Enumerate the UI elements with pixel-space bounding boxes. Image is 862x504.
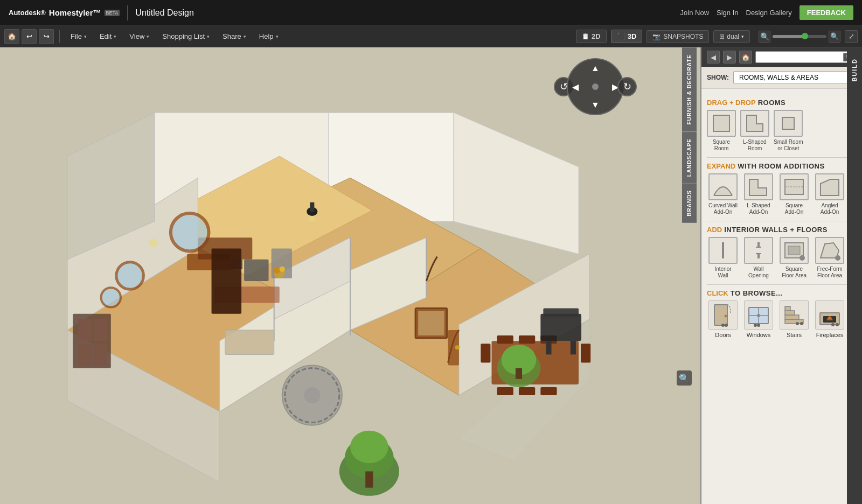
svg-point-67	[455, 345, 460, 349]
square-add-label: SquareAdd-On	[785, 202, 803, 215]
nav-down-button[interactable]: ▼	[591, 100, 600, 110]
expand-header: EXPAND WITH ROOM ADDITIONS	[707, 162, 857, 170]
square-add-icon	[780, 173, 809, 200]
nav-up-button[interactable]: ▲	[591, 64, 600, 73]
view-3d-button[interactable]: ⬛ 3D	[611, 30, 643, 43]
windows-item[interactable]: Windows	[742, 300, 775, 338]
view-toggle: 📋 2D ⬛ 3D 📷 SNAPSHOTS ⊞ dual ▾ 🔍 🔍 ⤢	[576, 30, 858, 43]
svg-rect-68	[225, 330, 274, 354]
curved-wall-item[interactable]: Curved WallAdd-On	[707, 173, 739, 215]
walls-grid: InteriorWall WallOpening	[707, 237, 857, 279]
svg-rect-24	[94, 319, 107, 341]
wall-opening-item[interactable]: WallOpening	[742, 237, 775, 279]
square-room-label: SquareRoom	[713, 139, 730, 152]
square-floor-item[interactable]: SquareFloor Area	[778, 237, 810, 279]
svg-point-64	[274, 267, 280, 274]
doors-item[interactable]: Doors	[707, 300, 739, 338]
square-floor-icon	[780, 237, 809, 264]
show-dropdown[interactable]: ROOMS, WALLS & AREAS ALL FLOORS ONLY	[733, 71, 857, 84]
zoom-in-btn[interactable]: 🔍	[829, 31, 840, 43]
curved-wall-icon	[708, 173, 738, 200]
fireplaces-item[interactable]: Fireplaces	[814, 300, 846, 338]
sign-in-link[interactable]: Sign In	[717, 9, 738, 17]
canvas-area[interactable]: ↺ ▲ ◀ ▶ ▼ ↻ 🔍	[0, 47, 700, 504]
top-right-nav: Join Now Sign In Design Gallery FEEDBACK	[680, 5, 853, 20]
view-2d-button[interactable]: 📋 2D	[576, 30, 607, 43]
interior-wall-label: InteriorWall	[714, 266, 731, 279]
l-shaped-room-icon	[740, 110, 769, 137]
divider-3	[707, 284, 857, 285]
feedback-button[interactable]: FEEDBACK	[800, 5, 853, 20]
square-room-item[interactable]: SquareRoom	[707, 110, 736, 152]
wall-opening-icon	[744, 237, 773, 264]
svg-rect-56	[543, 309, 579, 317]
design-gallery-link[interactable]: Design Gallery	[746, 9, 792, 17]
rotate-right-button[interactable]: ↻	[617, 77, 637, 96]
svg-rect-25	[78, 344, 92, 365]
svg-point-37	[304, 387, 320, 403]
small-room-item[interactable]: Small Roomor Closet	[774, 110, 803, 152]
doors-icon	[708, 300, 738, 330]
interior-wall-item[interactable]: InteriorWall	[707, 237, 739, 279]
top-bar: Autodesk® Homestyler™ BETA Untitled Desi…	[0, 0, 862, 26]
svg-rect-33	[497, 387, 513, 395]
svg-rect-26	[94, 344, 107, 365]
build-tab-label: BUILD	[851, 58, 858, 82]
freeform-floor-icon	[815, 237, 844, 264]
angled-add-item[interactable]: AngledAdd-On	[814, 173, 846, 215]
walls-highlight: ADD	[707, 226, 722, 234]
expand-normal: WITH ROOM ADDITIONS	[738, 162, 824, 170]
svg-point-88	[725, 315, 727, 318]
panel-home-button[interactable]: 🏠	[739, 51, 752, 64]
svg-rect-31	[519, 335, 535, 344]
join-now-link[interactable]: Join Now	[680, 9, 709, 17]
l-shaped-add-item[interactable]: L-ShapedAdd-On	[742, 173, 775, 215]
svg-rect-42	[365, 471, 373, 487]
help-menu[interactable]: Help▾	[254, 30, 284, 43]
file-menu[interactable]: File▾	[65, 30, 92, 43]
svg-point-102	[796, 322, 799, 325]
furnish-decorate-tab[interactable]: FURNISH & DECORATE	[682, 47, 697, 131]
snapshots-button[interactable]: 📷 SNAPSHOTS	[646, 30, 709, 43]
landscape-tab[interactable]: LANDSCAPE	[682, 131, 697, 183]
l-shaped-room-item[interactable]: L-ShapedRoom	[740, 110, 769, 152]
zoom-out-btn[interactable]: 🔍	[759, 31, 770, 43]
interior-wall-icon	[708, 237, 738, 264]
zoom-slider[interactable]	[773, 35, 826, 38]
panel-back-button[interactable]: ◀	[707, 51, 720, 64]
square-add-item[interactable]: SquareAdd-On	[778, 173, 810, 215]
redo-btn[interactable]: ↪	[39, 29, 54, 44]
svg-point-94	[757, 314, 760, 317]
share-menu[interactable]: Share▾	[217, 30, 252, 43]
view-menu[interactable]: View▾	[124, 30, 155, 43]
svg-point-84	[800, 255, 805, 261]
nav-center	[592, 83, 599, 90]
divider-2	[707, 221, 857, 221]
panel-forward-button[interactable]: ▶	[723, 51, 736, 64]
svg-rect-62	[418, 311, 444, 335]
dual-view-button[interactable]: ⊞ dual ▾	[713, 30, 750, 43]
shopping-list-menu[interactable]: Shopping List▾	[157, 30, 215, 43]
windows-label: Windows	[747, 332, 771, 338]
freeform-floor-item[interactable]: Free-FormFloor Area	[814, 237, 846, 279]
show-row: SHOW: ROOMS, WALLS & AREAS ALL FLOORS ON…	[701, 67, 862, 89]
svg-rect-98	[785, 315, 799, 319]
home-icon-btn[interactable]: 🏠	[4, 29, 19, 44]
undo-btn[interactable]: ↩	[22, 29, 37, 44]
svg-rect-28	[481, 344, 490, 362]
edit-menu[interactable]: Edit▾	[94, 30, 122, 43]
nav-control: ↺ ▲ ◀ ▶ ▼ ↻	[566, 57, 625, 116]
stairs-item[interactable]: Stairs	[778, 300, 810, 338]
svg-point-101	[800, 322, 803, 325]
show-label: SHOW:	[707, 74, 729, 81]
logo-homestyler: Homestyler™	[49, 8, 101, 17]
nav-ring: ▲ ◀ ▶ ▼	[567, 58, 624, 115]
drag-drop-normal: ROOMS	[758, 99, 786, 107]
fullscreen-button[interactable]: ⤢	[845, 30, 858, 43]
zoom-lens-icon[interactable]: 🔍	[677, 370, 692, 386]
panel-search-input[interactable]	[756, 52, 843, 62]
svg-point-50	[116, 262, 143, 289]
nav-left-button[interactable]: ◀	[572, 82, 579, 92]
main-content: ↺ ▲ ◀ ▶ ▼ ↻ 🔍 BUILD FURNISH & DECORATE L…	[0, 47, 862, 504]
brands-tab[interactable]: BRANDS	[682, 183, 697, 223]
